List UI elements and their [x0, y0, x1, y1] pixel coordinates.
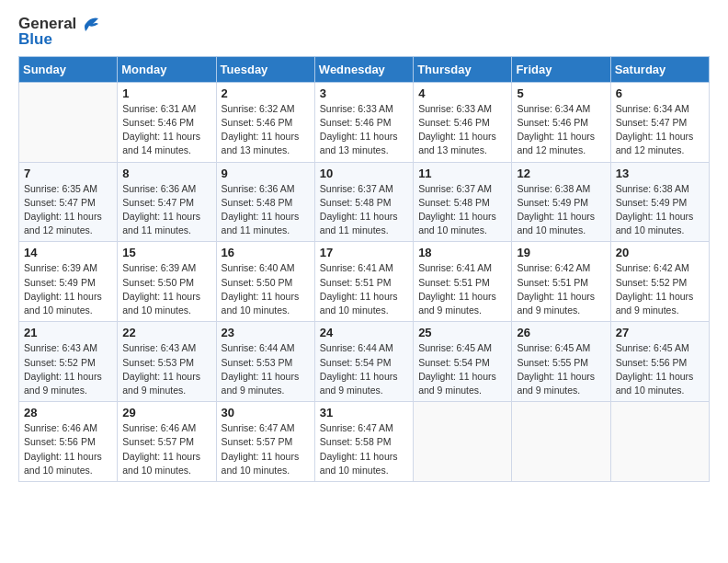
day-cell: [512, 402, 610, 482]
week-row-1: 1Sunrise: 6:31 AM Sunset: 5:46 PM Daylig…: [19, 82, 710, 162]
day-cell: 9Sunrise: 6:36 AM Sunset: 5:48 PM Daylig…: [216, 162, 314, 242]
day-number: 6: [616, 86, 704, 100]
day-number: 24: [320, 326, 408, 339]
day-info: Sunrise: 6:38 AM Sunset: 5:49 PM Dayligh…: [616, 182, 704, 238]
day-number: 7: [24, 167, 112, 180]
day-cell: 1Sunrise: 6:31 AM Sunset: 5:46 PM Daylig…: [118, 82, 216, 162]
day-number: 14: [24, 246, 112, 259]
day-cell: 4Sunrise: 6:33 AM Sunset: 5:46 PM Daylig…: [414, 82, 512, 162]
day-cell: 27Sunrise: 6:45 AM Sunset: 5:56 PM Dayli…: [610, 322, 709, 402]
day-info: Sunrise: 6:37 AM Sunset: 5:48 PM Dayligh…: [418, 182, 506, 238]
day-number: 26: [517, 326, 605, 339]
day-info: Sunrise: 6:33 AM Sunset: 5:46 PM Dayligh…: [418, 102, 506, 158]
day-cell: 16Sunrise: 6:40 AM Sunset: 5:50 PM Dayli…: [216, 242, 314, 322]
day-cell: 21Sunrise: 6:43 AM Sunset: 5:52 PM Dayli…: [19, 322, 118, 402]
day-header-sunday: Sunday: [19, 56, 118, 82]
day-number: 28: [24, 406, 112, 419]
day-number: 8: [122, 167, 210, 180]
day-cell: 24Sunrise: 6:44 AM Sunset: 5:54 PM Dayli…: [314, 322, 413, 402]
day-info: Sunrise: 6:34 AM Sunset: 5:46 PM Dayligh…: [517, 102, 605, 158]
day-number: 9: [222, 167, 310, 180]
week-row-2: 7Sunrise: 6:35 AM Sunset: 5:47 PM Daylig…: [19, 162, 710, 242]
day-cell: 26Sunrise: 6:45 AM Sunset: 5:55 PM Dayli…: [512, 322, 610, 402]
day-number: 17: [320, 246, 408, 259]
day-cell: 17Sunrise: 6:41 AM Sunset: 5:51 PM Dayli…: [314, 242, 413, 322]
logo-bird-icon: [78, 15, 98, 33]
day-header-saturday: Saturday: [610, 56, 709, 82]
day-number: 23: [222, 326, 310, 339]
week-row-5: 28Sunrise: 6:46 AM Sunset: 5:56 PM Dayli…: [19, 402, 710, 482]
day-number: 12: [517, 167, 605, 180]
day-number: 10: [320, 167, 408, 180]
day-number: 3: [320, 86, 408, 100]
day-info: Sunrise: 6:46 AM Sunset: 5:56 PM Dayligh…: [24, 421, 112, 477]
day-number: 16: [222, 246, 310, 259]
day-info: Sunrise: 6:45 AM Sunset: 5:55 PM Dayligh…: [517, 341, 605, 397]
day-cell: 3Sunrise: 6:33 AM Sunset: 5:46 PM Daylig…: [314, 82, 413, 162]
day-number: 15: [122, 246, 210, 259]
day-info: Sunrise: 6:41 AM Sunset: 5:51 PM Dayligh…: [320, 261, 408, 317]
day-info: Sunrise: 6:36 AM Sunset: 5:47 PM Dayligh…: [122, 182, 210, 238]
day-cell: 12Sunrise: 6:38 AM Sunset: 5:49 PM Dayli…: [512, 162, 610, 242]
logo: General Blue: [18, 15, 98, 49]
day-number: 31: [320, 406, 408, 419]
day-info: Sunrise: 6:39 AM Sunset: 5:49 PM Dayligh…: [24, 261, 112, 317]
day-info: Sunrise: 6:38 AM Sunset: 5:49 PM Dayligh…: [517, 182, 605, 238]
day-cell: 7Sunrise: 6:35 AM Sunset: 5:47 PM Daylig…: [19, 162, 118, 242]
day-info: Sunrise: 6:39 AM Sunset: 5:50 PM Dayligh…: [122, 261, 210, 317]
day-info: Sunrise: 6:40 AM Sunset: 5:50 PM Dayligh…: [222, 261, 310, 317]
calendar-table: SundayMondayTuesdayWednesdayThursdayFrid…: [18, 56, 710, 482]
day-cell: 28Sunrise: 6:46 AM Sunset: 5:56 PM Dayli…: [19, 402, 118, 482]
day-cell: 18Sunrise: 6:41 AM Sunset: 5:51 PM Dayli…: [414, 242, 512, 322]
day-cell: 10Sunrise: 6:37 AM Sunset: 5:48 PM Dayli…: [314, 162, 413, 242]
day-cell: 14Sunrise: 6:39 AM Sunset: 5:49 PM Dayli…: [19, 242, 118, 322]
day-info: Sunrise: 6:46 AM Sunset: 5:57 PM Dayligh…: [122, 421, 210, 477]
day-number: 22: [122, 326, 210, 339]
day-number: 2: [222, 86, 310, 100]
day-cell: 29Sunrise: 6:46 AM Sunset: 5:57 PM Dayli…: [118, 402, 216, 482]
day-info: Sunrise: 6:42 AM Sunset: 5:51 PM Dayligh…: [517, 261, 605, 317]
day-number: 27: [616, 326, 704, 339]
day-info: Sunrise: 6:43 AM Sunset: 5:52 PM Dayligh…: [24, 341, 112, 397]
logo-blue-text: Blue: [18, 31, 52, 49]
day-number: 29: [122, 406, 210, 419]
day-cell: 13Sunrise: 6:38 AM Sunset: 5:49 PM Dayli…: [610, 162, 709, 242]
day-header-thursday: Thursday: [414, 56, 512, 82]
day-info: Sunrise: 6:44 AM Sunset: 5:53 PM Dayligh…: [222, 341, 310, 397]
day-header-friday: Friday: [512, 56, 610, 82]
day-info: Sunrise: 6:44 AM Sunset: 5:54 PM Dayligh…: [320, 341, 408, 397]
day-cell: [414, 402, 512, 482]
day-cell: 22Sunrise: 6:43 AM Sunset: 5:53 PM Dayli…: [118, 322, 216, 402]
day-number: 11: [418, 167, 506, 180]
day-info: Sunrise: 6:43 AM Sunset: 5:53 PM Dayligh…: [122, 341, 210, 397]
day-info: Sunrise: 6:47 AM Sunset: 5:58 PM Dayligh…: [320, 421, 408, 477]
week-row-4: 21Sunrise: 6:43 AM Sunset: 5:52 PM Dayli…: [19, 322, 710, 402]
day-cell: 8Sunrise: 6:36 AM Sunset: 5:47 PM Daylig…: [118, 162, 216, 242]
day-cell: 5Sunrise: 6:34 AM Sunset: 5:46 PM Daylig…: [512, 82, 610, 162]
days-header-row: SundayMondayTuesdayWednesdayThursdayFrid…: [19, 56, 710, 82]
day-cell: 23Sunrise: 6:44 AM Sunset: 5:53 PM Dayli…: [216, 322, 314, 402]
day-cell: 31Sunrise: 6:47 AM Sunset: 5:58 PM Dayli…: [314, 402, 413, 482]
day-info: Sunrise: 6:37 AM Sunset: 5:48 PM Dayligh…: [320, 182, 408, 238]
day-number: 18: [418, 246, 506, 259]
day-number: 1: [122, 86, 210, 100]
day-cell: 30Sunrise: 6:47 AM Sunset: 5:57 PM Dayli…: [216, 402, 314, 482]
day-number: 20: [616, 246, 704, 259]
day-cell: [610, 402, 709, 482]
day-header-wednesday: Wednesday: [314, 56, 413, 82]
day-header-tuesday: Tuesday: [216, 56, 314, 82]
day-info: Sunrise: 6:35 AM Sunset: 5:47 PM Dayligh…: [24, 182, 112, 238]
day-number: 30: [222, 406, 310, 419]
day-info: Sunrise: 6:42 AM Sunset: 5:52 PM Dayligh…: [616, 261, 704, 317]
day-number: 13: [616, 167, 704, 180]
day-info: Sunrise: 6:31 AM Sunset: 5:46 PM Dayligh…: [122, 102, 210, 158]
day-cell: 25Sunrise: 6:45 AM Sunset: 5:54 PM Dayli…: [414, 322, 512, 402]
day-number: 21: [24, 326, 112, 339]
day-cell: 20Sunrise: 6:42 AM Sunset: 5:52 PM Dayli…: [610, 242, 709, 322]
day-cell: 11Sunrise: 6:37 AM Sunset: 5:48 PM Dayli…: [414, 162, 512, 242]
day-cell: 2Sunrise: 6:32 AM Sunset: 5:46 PM Daylig…: [216, 82, 314, 162]
day-cell: 15Sunrise: 6:39 AM Sunset: 5:50 PM Dayli…: [118, 242, 216, 322]
day-number: 19: [517, 246, 605, 259]
day-header-monday: Monday: [118, 56, 216, 82]
week-row-3: 14Sunrise: 6:39 AM Sunset: 5:49 PM Dayli…: [19, 242, 710, 322]
